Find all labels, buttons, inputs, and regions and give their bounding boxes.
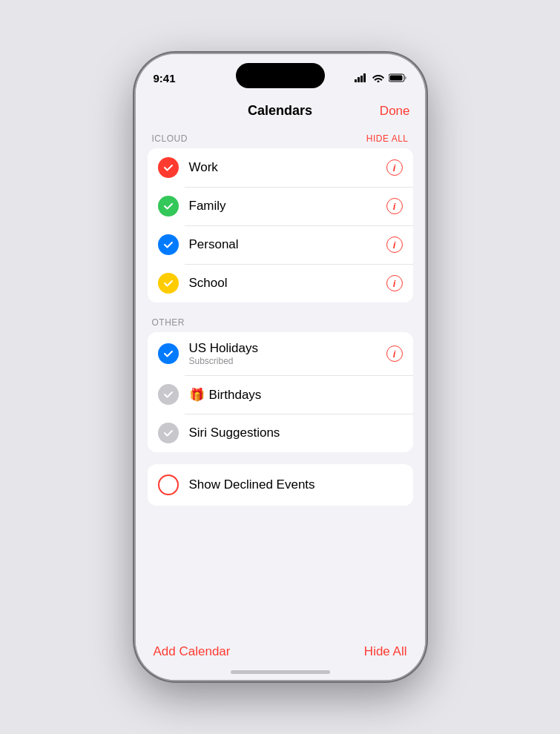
school-label: School [189,276,386,291]
list-item[interactable]: Siri Suggestions [148,414,413,452]
siri-suggestions-label: Siri Suggestions [189,426,403,440]
hide-all-button[interactable]: Hide All [364,644,407,659]
list-item[interactable]: Family i [148,187,413,225]
family-check-icon [158,196,179,216]
phone-frame: 9:41 Calen [136,54,425,680]
checkmark-icon [162,200,174,212]
list-item[interactable]: Personal i [148,225,413,264]
add-calendar-button[interactable]: Add Calendar [154,644,231,659]
svg-rect-3 [363,73,366,82]
icloud-calendar-list: Work i Family i [148,148,413,302]
checkmark-icon [162,389,174,400]
work-label: Work [189,160,386,175]
work-info-button[interactable]: i [386,159,403,176]
list-item[interactable]: Work i [148,148,413,187]
icloud-section: ICLOUD HIDE ALL Work i [148,133,413,302]
siri-suggestions-check-icon [158,423,179,443]
us-holidays-text: US Holidays Subscribed [189,341,386,366]
birthdays-check-icon [158,384,179,405]
svg-rect-0 [355,79,357,82]
family-label: Family [189,199,386,214]
checkmark-icon [162,348,174,360]
birthdays-label: 🎁Birthdays [189,387,403,403]
family-info-button[interactable]: i [386,198,403,214]
screen-content: Calendars Done ICLOUD HIDE ALL Work i [136,91,425,680]
school-check-icon [158,273,179,294]
svg-rect-5 [389,76,402,81]
work-check-icon [158,157,179,178]
battery-icon [389,73,407,82]
personal-check-icon [158,234,179,255]
list-item[interactable]: US Holidays Subscribed i [148,332,413,375]
us-holidays-info-button[interactable]: i [386,345,403,362]
status-time: 9:41 [154,72,176,85]
icloud-hide-all-button[interactable]: HIDE ALL [366,133,409,144]
us-holidays-sublabel: Subscribed [189,356,386,366]
us-holidays-label: US Holidays [189,341,386,356]
signal-icon [355,73,368,82]
school-info-button[interactable]: i [386,275,403,291]
list-item[interactable]: 🎁Birthdays [148,375,413,414]
wifi-icon [372,73,384,82]
other-section: OTHER US Holidays Subscribed i [148,317,413,452]
svg-rect-1 [358,77,360,82]
nav-header: Calendars Done [136,91,425,128]
done-button[interactable]: Done [380,104,410,119]
page-title: Calendars [248,103,312,119]
list-item[interactable]: School i [148,264,413,302]
dynamic-island [236,63,325,88]
declined-circle-icon [158,475,179,495]
checkmark-icon [162,239,174,251]
show-declined-item[interactable]: Show Declined Events [148,464,413,506]
personal-info-button[interactable]: i [386,237,403,253]
checkmark-icon [162,277,174,289]
icloud-section-label: ICLOUD HIDE ALL [148,133,413,148]
checkmark-icon [162,162,174,173]
status-icons [355,73,407,82]
other-calendar-list: US Holidays Subscribed i 🎁Birthdays [148,332,413,452]
declined-label: Show Declined Events [189,477,403,492]
checkmark-icon [162,427,174,439]
us-holidays-check-icon [158,343,179,364]
svg-rect-2 [360,76,363,82]
personal-label: Personal [189,237,386,252]
other-section-label: OTHER [148,317,413,332]
gift-icon: 🎁 [189,388,205,402]
home-indicator [231,670,330,674]
declined-section: Show Declined Events [148,464,413,506]
